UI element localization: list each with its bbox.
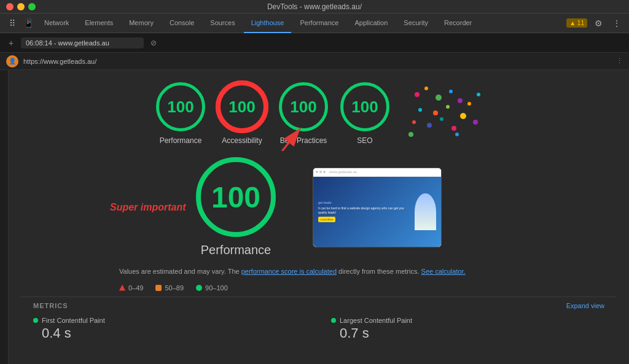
legend-label-average: 50–89 xyxy=(165,284,184,292)
url-input[interactable] xyxy=(21,37,144,48)
device-toggle-icon[interactable]: 📱 xyxy=(21,16,36,31)
lighthouse-content: 100 Performance 100 Accessibility 100 Be… xyxy=(9,70,629,364)
close-button[interactable] xyxy=(6,3,14,10)
add-tab-icon[interactable]: + xyxy=(5,37,17,49)
tab-lighthouse[interactable]: Lighthouse xyxy=(244,14,292,33)
score-item-performance: 100 Performance xyxy=(156,82,205,145)
calculator-link[interactable]: See calculator. xyxy=(421,268,466,275)
tab-memory[interactable]: Memory xyxy=(122,14,161,33)
svg-point-0 xyxy=(415,92,420,97)
metrics-grid: First Contentful Paint 0.4 s Largest Con… xyxy=(33,317,604,341)
legend-item-average: 50–89 xyxy=(155,284,184,292)
minimize-button[interactable] xyxy=(17,3,25,10)
svg-point-6 xyxy=(433,110,438,115)
svg-point-3 xyxy=(449,90,453,93)
preview-nav-dot-3 xyxy=(323,171,326,173)
preview-url-bar: www.getleads.au xyxy=(329,170,439,174)
score-item-accessibility: 100 Accessibility xyxy=(217,82,267,145)
scores-container: 100 Performance 100 Accessibility 100 Be… xyxy=(9,70,629,151)
svg-point-16 xyxy=(473,120,478,125)
score-circle-accessibility: 100 xyxy=(217,82,267,131)
preview-person-figure xyxy=(415,193,436,230)
svg-point-9 xyxy=(412,120,416,124)
maximize-button[interactable] xyxy=(28,3,36,10)
window-title: DevTools - www.getleads.au/ xyxy=(267,2,362,11)
expand-view-button[interactable]: Expand view xyxy=(566,302,604,309)
description-text-1: Values are estimated and may vary. The xyxy=(119,268,241,275)
svg-point-15 xyxy=(455,133,459,136)
settings-icon[interactable]: ⚙ xyxy=(591,16,606,31)
large-score-value: 100 xyxy=(211,180,260,214)
metric-value-fcp: 0.4 s xyxy=(33,325,307,341)
nav-url-text: https://www.getleads.au/ xyxy=(23,58,96,65)
large-score-circle: 100 xyxy=(196,157,276,237)
preview-nav: www.getleads.au xyxy=(313,168,441,177)
large-score-left: Super important 100 Performance xyxy=(196,157,276,257)
legend-icon-good xyxy=(196,285,202,291)
score-value-accessibility: 100 xyxy=(229,98,255,117)
svg-point-11 xyxy=(440,117,443,121)
tab-application[interactable]: Application xyxy=(347,14,395,33)
preview-headline: It can be hard to find a website design … xyxy=(318,206,411,214)
devtools-tab-bar: ⠿ 📱 Network Elements Memory Console Sour… xyxy=(0,14,629,33)
description-text-2: directly from these metrics. xyxy=(338,268,421,275)
performance-score-link[interactable]: performance score is calculated xyxy=(241,268,337,275)
metrics-title: METRICS xyxy=(33,302,68,309)
score-item-seo: 100 SEO xyxy=(340,82,389,145)
devtools-toggle-icon[interactable]: ⠿ xyxy=(5,16,20,31)
metric-item-fcp: First Contentful Paint 0.4 s xyxy=(33,317,307,341)
legend-label-good: 90–100 xyxy=(205,284,228,292)
svg-point-12 xyxy=(451,126,456,131)
metric-name-row-fcp: First Contentful Paint xyxy=(33,317,307,324)
main-content: 100 Performance 100 Accessibility 100 Be… xyxy=(0,70,629,364)
metric-name-fcp: First Contentful Paint xyxy=(42,317,105,324)
tab-performance[interactable]: Performance xyxy=(292,14,346,33)
svg-point-10 xyxy=(427,123,432,128)
preview-nav-dot-1 xyxy=(316,171,318,173)
more-options-icon[interactable]: ⋮ xyxy=(609,16,624,31)
warning-badge[interactable]: ▲ 11 xyxy=(566,18,587,28)
svg-point-17 xyxy=(477,93,480,96)
score-circle-best-practices: 100 xyxy=(279,82,328,131)
legend-item-fail: 0–49 xyxy=(119,284,143,292)
devtools-bar-right: ▲ 11 ⚙ ⋮ xyxy=(566,16,624,31)
legend-section: 0–49 50–89 90–100 xyxy=(9,282,629,296)
score-circle-seo: 100 xyxy=(340,82,389,131)
tab-console[interactable]: Console xyxy=(162,14,201,33)
preview-logo-text: get leads xyxy=(318,201,411,204)
score-label-accessibility: Accessibility xyxy=(222,136,262,145)
metric-value-lcp: 0.7 s xyxy=(331,325,604,341)
preview-nav-dot-2 xyxy=(319,171,322,173)
description-section: Values are estimated and may vary. The p… xyxy=(9,263,629,282)
clear-url-icon[interactable]: ⊘ xyxy=(147,37,160,49)
svg-point-2 xyxy=(436,95,442,101)
tab-recorder[interactable]: Recorder xyxy=(437,14,479,33)
confetti-area xyxy=(408,82,482,144)
score-value-performance: 100 xyxy=(167,98,193,117)
score-label-performance: Performance xyxy=(160,136,202,145)
nav-url-row: 👤 https://www.getleads.au/ ⋮ xyxy=(0,53,629,70)
tab-sources[interactable]: Sources xyxy=(203,14,242,33)
website-preview-inner: www.getleads.au get leads It can be hard… xyxy=(313,168,441,247)
svg-point-4 xyxy=(458,98,463,103)
tab-elements[interactable]: Elements xyxy=(77,14,120,33)
nav-menu-icon[interactable]: ⋮ xyxy=(616,57,623,65)
super-important-label: Super important xyxy=(110,202,186,213)
score-label-best-practices: Best Practices xyxy=(280,136,327,145)
score-label-seo: SEO xyxy=(357,136,372,145)
left-sidebar xyxy=(0,70,9,364)
tab-network[interactable]: Network xyxy=(37,14,76,33)
avatar: 👤 xyxy=(6,55,18,68)
legend-label-fail: 0–49 xyxy=(128,284,143,292)
metrics-section: METRICS Expand view First Contentful Pai… xyxy=(9,297,629,346)
legend-item-good: 90–100 xyxy=(196,284,228,292)
score-value-best-practices: 100 xyxy=(290,98,316,117)
metric-item-lcp: Largest Contentful Paint 0.7 s xyxy=(331,317,604,341)
preview-hero: get leads It can be hard to find a websi… xyxy=(313,177,441,247)
preview-cta-button: Learn More xyxy=(318,217,335,222)
url-bar: + ⊘ xyxy=(0,33,629,53)
metric-dot-fcp xyxy=(33,318,38,323)
metric-name-lcp: Largest Contentful Paint xyxy=(340,317,412,324)
metric-dot-lcp xyxy=(331,318,336,323)
tab-security[interactable]: Security xyxy=(396,14,436,33)
